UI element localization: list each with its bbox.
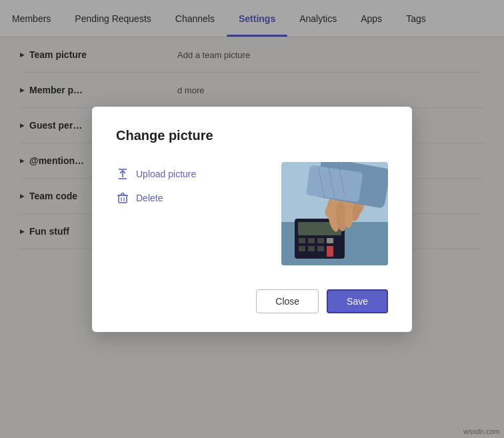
upload-icon [116, 167, 129, 181]
svg-rect-17 [327, 238, 333, 243]
upload-picture-action[interactable]: Upload picture [116, 167, 196, 181]
svg-rect-20 [317, 246, 324, 251]
svg-rect-21 [327, 246, 333, 257]
svg-rect-15 [308, 238, 315, 243]
modal-actions: Upload picture Dele [116, 162, 196, 205]
delete-picture-action[interactable]: Delete [116, 191, 196, 205]
svg-rect-3 [119, 195, 127, 203]
modal-footer: Close Save [116, 289, 388, 313]
svg-rect-19 [308, 246, 315, 251]
modal-body: Upload picture Dele [116, 162, 388, 265]
modal-overlay: Change picture Upload picture [0, 0, 504, 438]
picture-preview [281, 162, 388, 265]
save-button[interactable]: Save [327, 289, 388, 313]
svg-rect-14 [299, 238, 305, 243]
delete-icon [116, 191, 129, 205]
svg-rect-18 [299, 246, 305, 251]
close-button[interactable]: Close [256, 289, 319, 313]
change-picture-modal: Change picture Upload picture [92, 107, 412, 332]
svg-rect-16 [317, 238, 324, 243]
modal-title: Change picture [116, 128, 388, 143]
